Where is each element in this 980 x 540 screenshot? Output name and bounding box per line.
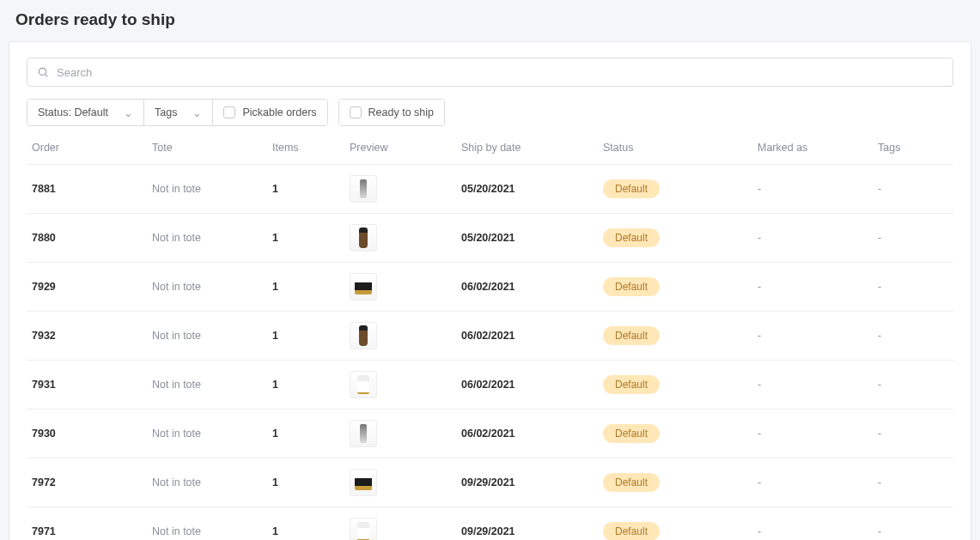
cell-status: Default [598, 458, 752, 507]
cell-tote: Not in tote [147, 214, 267, 263]
cell-marked: - [752, 458, 873, 507]
col-tags[interactable]: Tags [873, 135, 953, 165]
cell-order: 7929 [27, 263, 147, 312]
search-input[interactable] [27, 58, 953, 87]
cell-preview [344, 410, 456, 458]
col-marked-as[interactable]: Marked as [752, 135, 873, 165]
table-row[interactable]: 7931Not in tote106/02/2021Default-- [27, 361, 953, 410]
table-row[interactable]: 7929Not in tote106/02/2021Default-- [27, 263, 953, 312]
cell-tote: Not in tote [147, 263, 267, 312]
table-row[interactable]: 7880Not in tote105/20/2021Default-- [27, 214, 953, 263]
cell-preview [344, 507, 456, 541]
preview-thumb [350, 273, 377, 300]
cell-marked: - [752, 312, 873, 361]
cell-items: 1 [267, 263, 344, 312]
preview-thumb [350, 420, 377, 447]
cell-ship-by: 06/02/2021 [456, 263, 598, 312]
cell-tags: - [873, 263, 953, 312]
cell-marked: - [752, 165, 873, 214]
cell-ship-by: 05/20/2021 [456, 214, 598, 263]
cell-items: 1 [267, 165, 344, 214]
cell-tote: Not in tote [147, 165, 267, 214]
orders-table: Order Tote Items Preview Ship by date St… [27, 135, 953, 540]
cell-items: 1 [267, 458, 344, 507]
cell-marked: - [752, 410, 873, 458]
cell-order: 7971 [27, 507, 147, 541]
cell-ship-by: 05/20/2021 [456, 165, 598, 214]
cell-preview [344, 361, 456, 410]
cell-preview [344, 214, 456, 263]
cell-tote: Not in tote [147, 312, 267, 361]
cell-order: 7932 [27, 312, 147, 361]
status-badge: Default [603, 228, 660, 247]
table-row[interactable]: 7971Not in tote109/29/2021Default-- [27, 507, 953, 541]
cell-ship-by: 06/02/2021 [456, 361, 598, 410]
chevron-down-icon: ⌄ [124, 106, 133, 119]
cell-status: Default [598, 263, 752, 312]
chevron-down-icon: ⌄ [192, 106, 202, 119]
cell-items: 1 [267, 410, 344, 458]
cell-order: 7972 [27, 458, 147, 507]
cell-items: 1 [267, 312, 344, 361]
cell-items: 1 [267, 507, 344, 541]
cell-status: Default [598, 507, 752, 541]
col-ship-by[interactable]: Ship by date [456, 135, 598, 165]
col-order[interactable]: Order [27, 135, 147, 165]
cell-tote: Not in tote [147, 507, 267, 541]
ready-to-ship-label: Ready to ship [368, 106, 434, 118]
table-row[interactable]: 7972Not in tote109/29/2021Default-- [27, 458, 953, 507]
cell-marked: - [752, 214, 873, 263]
col-status[interactable]: Status [598, 135, 752, 165]
cell-items: 1 [267, 361, 344, 410]
cell-tags: - [873, 410, 953, 458]
status-badge: Default [603, 326, 660, 345]
tags-filter-label: Tags [155, 106, 177, 118]
cell-ship-by: 06/02/2021 [456, 312, 598, 361]
status-badge: Default [603, 424, 660, 443]
preview-thumb [350, 322, 377, 349]
cell-status: Default [598, 165, 752, 214]
cell-tote: Not in tote [147, 410, 267, 458]
status-filter[interactable]: Status: Default ⌄ [27, 100, 143, 125]
status-filter-label: Status: Default [38, 106, 108, 118]
checkbox-icon [350, 106, 362, 118]
col-items[interactable]: Items [267, 135, 344, 165]
cell-ship-by: 09/29/2021 [456, 507, 598, 541]
col-tote[interactable]: Tote [147, 135, 267, 165]
pickable-orders-label: Pickable orders [242, 106, 316, 118]
cell-preview [344, 165, 456, 214]
status-badge: Default [603, 473, 660, 492]
cell-status: Default [598, 410, 752, 458]
status-badge: Default [603, 179, 660, 198]
ready-to-ship-filter[interactable]: Ready to ship [339, 100, 444, 125]
cell-preview [344, 458, 456, 507]
col-preview[interactable]: Preview [344, 135, 456, 165]
cell-order: 7880 [27, 214, 147, 263]
cell-ship-by: 06/02/2021 [456, 410, 598, 458]
cell-tags: - [873, 214, 953, 263]
preview-thumb [350, 469, 377, 496]
table-row[interactable]: 7932Not in tote106/02/2021Default-- [27, 312, 953, 361]
status-badge: Default [603, 522, 660, 540]
pickable-orders-filter[interactable]: Pickable orders [212, 100, 326, 125]
cell-marked: - [752, 263, 873, 312]
cell-tags: - [873, 165, 953, 214]
cell-status: Default [598, 361, 752, 410]
search-container [27, 58, 953, 87]
table-row[interactable]: 7930Not in tote106/02/2021Default-- [27, 410, 953, 458]
cell-status: Default [598, 312, 752, 361]
cell-marked: - [752, 361, 873, 410]
preview-thumb [350, 224, 377, 252]
table-row[interactable]: 7881Not in tote105/20/2021Default-- [27, 165, 953, 214]
cell-marked: - [752, 507, 873, 541]
tags-filter[interactable]: Tags ⌄ [143, 100, 212, 125]
checkbox-icon [223, 106, 235, 118]
cell-tags: - [873, 458, 953, 507]
cell-preview [344, 312, 456, 361]
preview-thumb [350, 371, 377, 398]
status-badge: Default [603, 375, 660, 394]
preview-thumb [350, 175, 377, 203]
cell-order: 7881 [27, 165, 147, 214]
preview-thumb [350, 518, 377, 540]
status-badge: Default [603, 277, 660, 296]
